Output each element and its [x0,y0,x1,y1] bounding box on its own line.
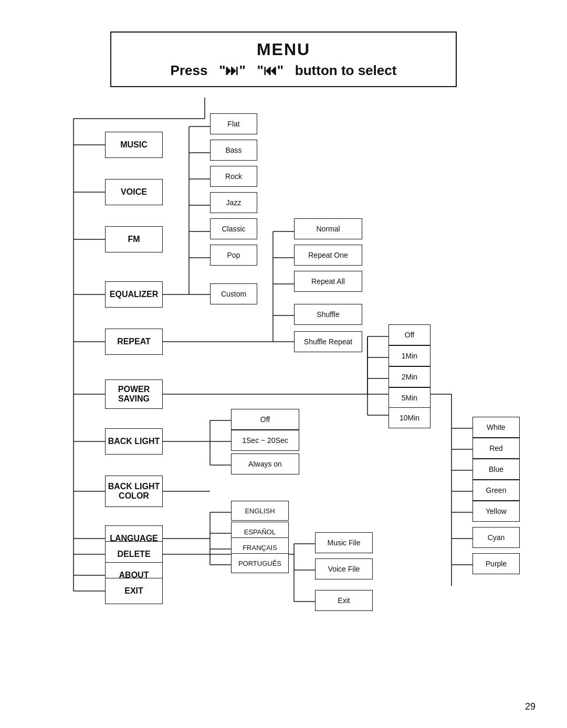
lang-portugues: PORTUGUÊS [231,553,289,573]
lang-english: ENGLISH [231,501,289,521]
delete-exit: Exit [315,590,373,611]
select-label: button to select [295,62,397,78]
repeat-normal: Normal [294,218,362,239]
repeat-one: Repeat One [294,245,362,266]
menu-item-music: MUSIC [105,132,163,158]
menu-item-fm: FM [105,226,163,252]
power-10min: 10Min [388,407,430,428]
backlight-off: Off [231,409,299,430]
page-number: 29 [525,701,536,712]
menu-item-repeat: REPEAT [105,329,163,355]
menu-item-back-light-color: BACK LIGHT COLOR [105,476,163,507]
diagram-area: MUSIC VOICE FM EQUALIZER REPEAT POWER SA… [32,98,536,675]
eq-classic: Classic [210,218,257,239]
delete-voice-file: Voice File [315,558,373,579]
backlight-always: Always on [231,453,299,474]
color-white: White [472,417,520,438]
power-5min: 5Min [388,387,430,408]
color-yellow: Yellow [472,501,520,522]
menu-item-voice: VOICE [105,179,163,205]
repeat-shuffle: Shuffle [294,304,362,325]
header-subtitle: Press "⏭" "⏮" button to select [122,62,445,79]
eq-flat: Flat [210,113,257,134]
backlight-1to20: 1Sec ~ 20Sec [231,430,299,451]
color-blue: Blue [472,459,520,480]
menu-item-power-saving: POWER SAVING [105,379,163,409]
eq-custom: Custom [210,283,257,304]
eq-jazz: Jazz [210,192,257,213]
eq-pop: Pop [210,245,257,266]
page: MENU Press "⏭" "⏮" button to select [0,0,567,728]
power-1min: 1Min [388,345,430,366]
power-off: Off [388,324,430,345]
menu-item-equalizer: EQUALIZER [105,281,163,308]
btn2-label: "⏮" [257,62,291,78]
color-red: Red [472,438,520,459]
header-title: MENU [122,40,445,59]
header-box: MENU Press "⏭" "⏮" button to select [110,31,457,87]
btn1-label: "⏭" [219,62,253,78]
power-2min: 2Min [388,366,430,387]
repeat-shuffle-repeat: Shuffle Repeat [294,331,362,352]
delete-music-file: Music File [315,532,373,553]
press-label: Press [171,62,215,78]
eq-rock: Rock [210,166,257,187]
color-cyan: Cyan [472,527,520,548]
menu-item-exit: EXIT [105,578,163,604]
color-purple: Purple [472,553,520,574]
eq-bass: Bass [210,140,257,161]
repeat-all: Repeat All [294,271,362,292]
menu-item-back-light: BACK LIGHT [105,428,163,455]
color-green: Green [472,480,520,501]
